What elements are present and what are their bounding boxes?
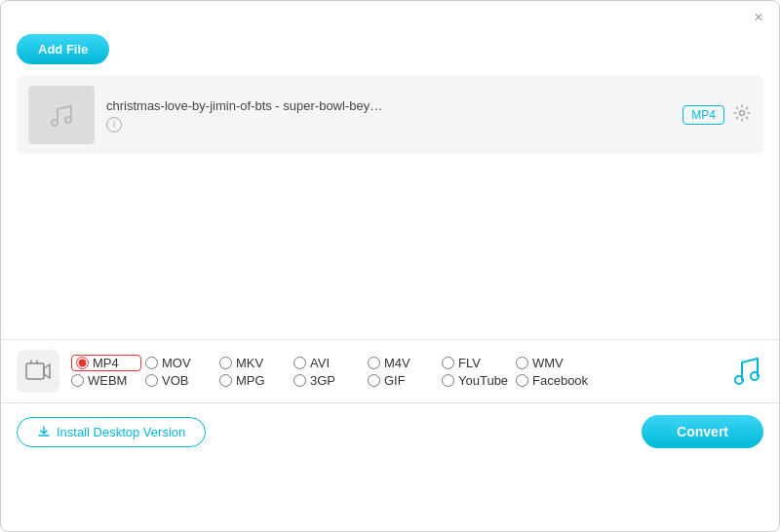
toolbar: Add File bbox=[1, 30, 779, 76]
format-mp4[interactable]: MP4 bbox=[71, 355, 141, 371]
title-bar: × bbox=[1, 1, 779, 30]
format-3gp[interactable]: 3GP bbox=[293, 373, 364, 388]
svg-point-0 bbox=[52, 120, 58, 126]
music-note-icon bbox=[732, 353, 763, 388]
close-button[interactable]: × bbox=[750, 9, 767, 26]
format-flv[interactable]: FLV bbox=[442, 356, 512, 370]
add-file-button[interactable]: Add File bbox=[17, 34, 109, 64]
format-avi[interactable]: AVI bbox=[293, 356, 364, 370]
svg-point-2 bbox=[740, 110, 745, 115]
format-facebook[interactable]: Facebook bbox=[516, 373, 588, 388]
svg-point-1 bbox=[65, 117, 71, 123]
format-row-2: WEBM VOB MPG 3GP GIF YouTube bbox=[71, 373, 721, 388]
format-badge[interactable]: MP4 bbox=[682, 105, 724, 125]
file-thumbnail bbox=[28, 86, 95, 144]
convert-button[interactable]: Convert bbox=[642, 415, 763, 448]
file-name: christmas-love-by-jimin-of-bts - super-b… bbox=[106, 98, 516, 113]
bottom-bar: Install Desktop Version Convert bbox=[1, 403, 779, 460]
svg-rect-3 bbox=[26, 363, 44, 379]
format-row-1: MP4 MOV MKV AVI M4V FLV bbox=[71, 355, 721, 371]
music-icon bbox=[44, 97, 79, 133]
format-icon-box bbox=[17, 350, 59, 393]
format-mkv[interactable]: MKV bbox=[219, 356, 290, 370]
file-info: christmas-love-by-jimin-of-bts - super-b… bbox=[106, 98, 671, 133]
format-bar: MP4 MOV MKV AVI M4V FLV bbox=[1, 339, 779, 403]
format-youtube[interactable]: YouTube bbox=[442, 373, 512, 388]
file-item: christmas-love-by-jimin-of-bts - super-b… bbox=[17, 76, 763, 154]
format-grid: MP4 MOV MKV AVI M4V FLV bbox=[71, 355, 721, 388]
install-desktop-button[interactable]: Install Desktop Version bbox=[17, 417, 206, 447]
info-icon[interactable]: i bbox=[106, 117, 122, 133]
empty-area bbox=[1, 154, 779, 339]
video-icon bbox=[24, 358, 52, 385]
file-actions: MP4 bbox=[682, 103, 752, 128]
format-vob[interactable]: VOB bbox=[145, 373, 215, 388]
download-icon bbox=[37, 425, 51, 438]
format-webm[interactable]: WEBM bbox=[71, 373, 141, 388]
format-wmv[interactable]: WMV bbox=[516, 356, 586, 370]
file-list: christmas-love-by-jimin-of-bts - super-b… bbox=[1, 76, 779, 154]
format-gif[interactable]: GIF bbox=[368, 373, 438, 388]
settings-icon[interactable] bbox=[732, 103, 752, 128]
audio-icon-box bbox=[732, 353, 763, 391]
format-mpg[interactable]: MPG bbox=[219, 373, 290, 388]
format-m4v[interactable]: M4V bbox=[368, 356, 438, 370]
format-mov[interactable]: MOV bbox=[145, 356, 215, 370]
